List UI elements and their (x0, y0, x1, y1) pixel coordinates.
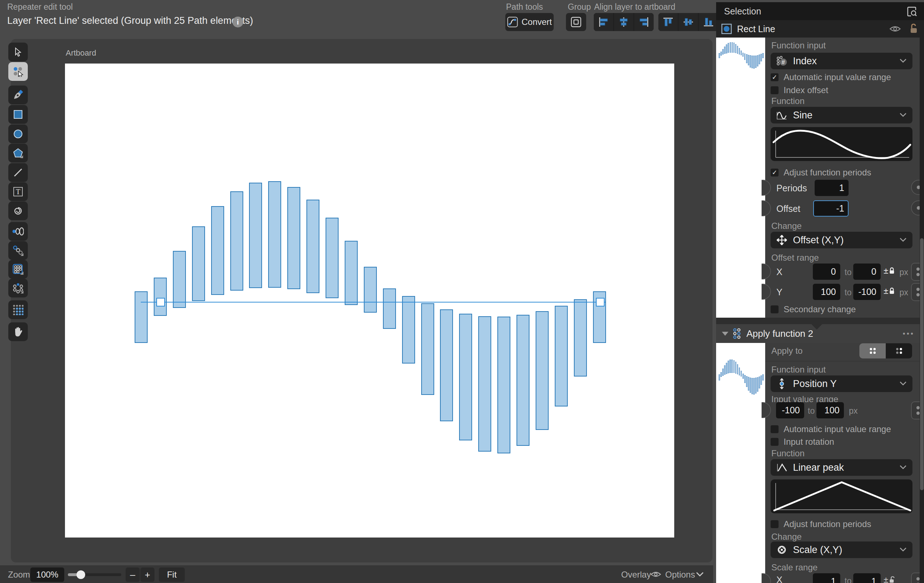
align-center-h-button[interactable] (614, 13, 634, 31)
repeated-rect[interactable] (746, 376, 747, 387)
range-from-input[interactable]: -100 (776, 402, 804, 418)
repeated-rect[interactable] (726, 363, 727, 374)
tool-repeat-grid[interactable] (8, 260, 28, 279)
repeated-rect[interactable] (759, 55, 760, 64)
scale-plusminus-openlock-icon[interactable]: ± (884, 575, 895, 583)
tool-dots-grid[interactable] (8, 301, 28, 319)
align-middle-v-button[interactable] (678, 13, 698, 31)
offset-input[interactable]: -1 (813, 200, 848, 216)
repeated-rect[interactable] (755, 378, 757, 393)
repeated-rect[interactable] (755, 56, 757, 68)
repeater-start-handle[interactable] (156, 298, 165, 307)
tool-repeat-path[interactable] (8, 241, 28, 260)
y-from-input[interactable]: 100 (813, 284, 840, 300)
tool-pen[interactable] (8, 86, 28, 104)
repeated-rect[interactable] (325, 218, 338, 298)
options-chevron-icon[interactable] (696, 572, 704, 578)
checkbox-adjust-periods-2[interactable]: ✓ Adjust function periods (771, 519, 871, 529)
repeated-rect[interactable] (737, 46, 739, 54)
section-menu-dots[interactable]: ••• (903, 330, 915, 338)
tool-text[interactable]: T (8, 182, 28, 201)
repeated-rect[interactable] (720, 51, 722, 56)
repeated-rect[interactable] (574, 299, 587, 377)
repeated-rect[interactable] (720, 372, 722, 377)
info-icon[interactable]: i (233, 17, 243, 27)
tool-spiral[interactable] (8, 201, 28, 220)
repeated-rect[interactable] (750, 378, 751, 393)
checkbox-adjust-periods-1[interactable]: ✓ Adjust function periods (771, 167, 871, 178)
layer-search-icon[interactable] (906, 6, 917, 17)
checkbox-box[interactable]: ✓ (771, 520, 779, 528)
repeated-rect[interactable] (421, 303, 434, 395)
repeated-rect[interactable] (307, 200, 319, 293)
group-button[interactable] (566, 13, 586, 31)
checkbox-box[interactable]: ✓ (771, 86, 779, 94)
change-dropdown-2[interactable]: Scale (X,Y) (771, 542, 912, 558)
align-top-button[interactable] (658, 13, 678, 31)
repeated-rect[interactable] (192, 226, 205, 301)
repeated-rect[interactable] (739, 367, 740, 375)
repeated-rect[interactable] (759, 377, 760, 389)
repeated-rect[interactable] (731, 360, 733, 373)
x-to-input[interactable]: 0 (853, 264, 881, 280)
y-to-input[interactable]: -100 (853, 284, 881, 300)
checkbox-input-rotation[interactable]: ✓ Input rotation (771, 437, 834, 447)
tool-repeater-edit[interactable] (8, 62, 28, 81)
tool-select[interactable] (8, 43, 28, 61)
tool-ellipse[interactable] (8, 124, 28, 143)
repeated-rect[interactable] (733, 360, 735, 373)
repeated-rect[interactable] (748, 55, 749, 66)
tool-polygon[interactable] (8, 144, 28, 162)
repeated-rect[interactable] (751, 378, 753, 394)
tool-hand[interactable] (8, 322, 28, 341)
repeated-rect[interactable] (154, 277, 167, 316)
repeated-rect[interactable] (737, 364, 739, 374)
checkbox-box[interactable]: ✓ (771, 425, 779, 433)
checkbox-auto-input-range-1[interactable]: ✓ Automatic input value range (771, 72, 891, 82)
repeated-rect[interactable] (135, 291, 148, 343)
panel-scrollbar-thumb[interactable] (920, 238, 924, 490)
scale-x-from-input[interactable]: 1 (813, 573, 840, 583)
convert-button[interactable]: Convert (505, 13, 554, 31)
repeated-rect[interactable] (230, 191, 243, 291)
repeated-rect[interactable] (757, 377, 758, 392)
repeated-rect[interactable] (440, 309, 453, 422)
y-plusminus-lock-icon[interactable]: ± (884, 286, 895, 296)
checkbox-box[interactable]: ✓ (771, 168, 779, 177)
repeated-rect[interactable] (555, 306, 568, 406)
repeated-rect[interactable] (364, 267, 377, 313)
artboard-label[interactable]: Artboard (66, 48, 96, 58)
repeated-rect[interactable] (751, 56, 753, 69)
repeated-rect[interactable] (724, 365, 726, 375)
change-dropdown-1[interactable]: Offset (X,Y) (771, 232, 912, 248)
scale-x-to-input[interactable]: 1 (853, 573, 881, 583)
repeated-rect[interactable] (536, 311, 549, 430)
x-from-input[interactable]: 0 (813, 264, 840, 280)
repeater-baseline[interactable] (141, 302, 605, 302)
repeated-rect[interactable] (729, 360, 731, 373)
checkbox-box[interactable]: ✓ (771, 73, 779, 81)
align-bottom-button[interactable] (699, 13, 718, 31)
zoom-out-button[interactable]: – (125, 568, 140, 582)
repeated-rect[interactable] (268, 181, 281, 287)
repeated-rect[interactable] (719, 374, 720, 380)
repeated-rect[interactable] (478, 316, 491, 452)
tool-repeat-line[interactable] (8, 222, 28, 241)
repeated-rect[interactable] (728, 361, 729, 373)
repeated-rect[interactable] (730, 42, 731, 53)
tool-line[interactable] (8, 163, 28, 182)
repeated-rect[interactable] (753, 56, 755, 69)
function-input-dropdown[interactable]: # Index (771, 53, 912, 69)
repeated-rect[interactable] (733, 43, 735, 53)
function-input-dropdown-2[interactable]: Position Y (771, 375, 912, 392)
repeated-rect[interactable] (173, 251, 186, 308)
repeated-rect[interactable] (722, 49, 724, 55)
collapse-triangle-icon[interactable] (722, 332, 728, 336)
fit-button[interactable]: Fit (159, 568, 185, 582)
repeated-rect[interactable] (753, 378, 755, 395)
repeated-rect[interactable] (719, 53, 720, 58)
tool-repeat-radial[interactable] (8, 279, 28, 297)
repeated-rect[interactable] (750, 55, 751, 67)
layer-visibility-eye-icon[interactable] (889, 25, 901, 33)
artboard[interactable] (65, 64, 674, 537)
